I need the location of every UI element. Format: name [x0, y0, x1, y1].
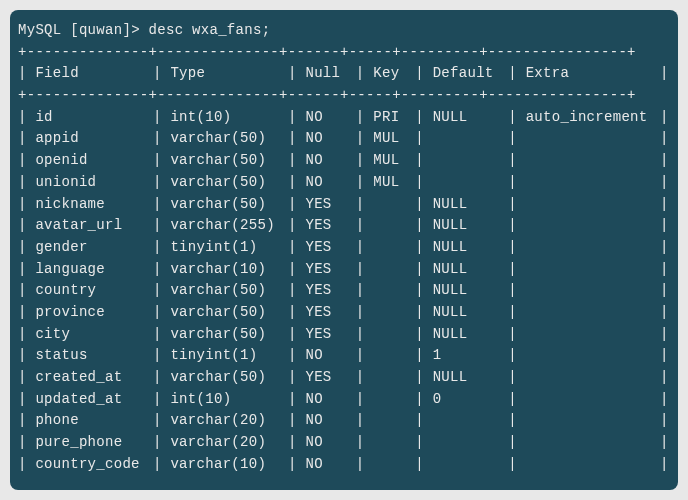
- table-cell-key: MUL: [373, 128, 415, 150]
- table-cell-type: varchar(50): [170, 194, 288, 216]
- table-cell-extra: auto_increment: [526, 107, 660, 129]
- table-rows: | id | int(10) | NO | PRI | NULL | auto_…: [18, 107, 670, 476]
- table-cell-type: int(10): [170, 389, 288, 411]
- table-cell-null: YES: [305, 302, 355, 324]
- table-cell-type: varchar(255): [170, 215, 288, 237]
- table-cell-type: varchar(50): [170, 302, 288, 324]
- table-cell-extra: [526, 367, 660, 389]
- table-cell-extra: [526, 302, 660, 324]
- table-cell-default: [433, 454, 509, 476]
- table-cell-extra: [526, 410, 660, 432]
- table-cell-null: YES: [305, 237, 355, 259]
- table-cell-field: city: [35, 324, 153, 346]
- table-cell-null: NO: [305, 432, 355, 454]
- table-cell-extra: [526, 150, 660, 172]
- table-cell-extra: [526, 454, 660, 476]
- table-cell-type: varchar(50): [170, 324, 288, 346]
- table-cell-default: [433, 432, 509, 454]
- table-cell-field: avatar_url: [35, 215, 153, 237]
- table-cell-null: NO: [305, 107, 355, 129]
- table-cell-extra: [526, 280, 660, 302]
- table-cell-key: [373, 432, 415, 454]
- table-cell-field: unionid: [35, 172, 153, 194]
- table-cell-field: language: [35, 259, 153, 281]
- table-cell-key: [373, 367, 415, 389]
- header-extra: Extra: [526, 63, 660, 85]
- header-field: Field: [35, 63, 153, 85]
- table-cell-default: [433, 172, 509, 194]
- table-cell-extra: [526, 259, 660, 281]
- table-cell-default: NULL: [433, 107, 509, 129]
- table-cell-extra: [526, 432, 660, 454]
- table-cell-field: openid: [35, 150, 153, 172]
- table-cell-null: YES: [305, 367, 355, 389]
- table-cell-null: YES: [305, 259, 355, 281]
- table-cell-default: [433, 128, 509, 150]
- table-cell-type: tinyint(1): [170, 237, 288, 259]
- table-cell-key: [373, 302, 415, 324]
- header-default: Default: [433, 63, 509, 85]
- table-cell-type: varchar(20): [170, 410, 288, 432]
- table-cell-extra: [526, 172, 660, 194]
- header-key: Key: [373, 63, 415, 85]
- table-cell-type: varchar(10): [170, 454, 288, 476]
- table-cell-key: MUL: [373, 150, 415, 172]
- table-cell-type: varchar(50): [170, 128, 288, 150]
- header-null: Null: [305, 63, 355, 85]
- table-cell-key: PRI: [373, 107, 415, 129]
- table-cell-key: [373, 410, 415, 432]
- table-cell-null: NO: [305, 128, 355, 150]
- table-cell-null: NO: [305, 410, 355, 432]
- table-cell-null: YES: [305, 215, 355, 237]
- table-cell-field: gender: [35, 237, 153, 259]
- table-cell-default: NULL: [433, 280, 509, 302]
- table-cell-field: phone: [35, 410, 153, 432]
- table-cell-type: varchar(50): [170, 280, 288, 302]
- table-cell-default: 0: [433, 389, 509, 411]
- table-cell-key: [373, 389, 415, 411]
- table-cell-null: NO: [305, 389, 355, 411]
- table-cell-default: [433, 410, 509, 432]
- table-cell-field: status: [35, 345, 153, 367]
- header-type: Type: [170, 63, 288, 85]
- table-cell-key: [373, 259, 415, 281]
- table-cell-null: NO: [305, 150, 355, 172]
- table-cell-field: updated_at: [35, 389, 153, 411]
- table-cell-type: int(10): [170, 107, 288, 129]
- table-cell-key: [373, 194, 415, 216]
- table-cell-type: varchar(20): [170, 432, 288, 454]
- table-cell-key: [373, 215, 415, 237]
- table-cell-field: nickname: [35, 194, 153, 216]
- table-cell-key: MUL: [373, 172, 415, 194]
- table-cell-null: YES: [305, 324, 355, 346]
- prompt-db: quwan: [79, 22, 123, 38]
- table-cell-type: varchar(10): [170, 259, 288, 281]
- table-cell-default: NULL: [433, 237, 509, 259]
- table-cell-extra: [526, 215, 660, 237]
- table-cell-default: 1: [433, 345, 509, 367]
- table-cell-type: varchar(50): [170, 172, 288, 194]
- table-cell-key: [373, 324, 415, 346]
- table-cell-key: [373, 454, 415, 476]
- table-cell-null: YES: [305, 194, 355, 216]
- table-cell-field: created_at: [35, 367, 153, 389]
- table-cell-null: NO: [305, 345, 355, 367]
- table-cell-key: [373, 280, 415, 302]
- sql-command: desc wxa_fans;: [149, 22, 271, 38]
- table-cell-field: appid: [35, 128, 153, 150]
- table-cell-extra: [526, 237, 660, 259]
- table-cell-field: country: [35, 280, 153, 302]
- table-cell-field: pure_phone: [35, 432, 153, 454]
- table-cell-extra: [526, 345, 660, 367]
- table-cell-default: [433, 150, 509, 172]
- prompt-suffix: ]>: [122, 22, 148, 38]
- table-divider: +--------------+--------------+------+--…: [18, 87, 636, 103]
- table-cell-default: NULL: [433, 302, 509, 324]
- table-cell-null: NO: [305, 172, 355, 194]
- table-cell-type: varchar(50): [170, 367, 288, 389]
- terminal-output: MySQL [quwan]> desc wxa_fans; +---------…: [10, 10, 678, 490]
- table-cell-field: province: [35, 302, 153, 324]
- table-cell-extra: [526, 389, 660, 411]
- table-cell-default: NULL: [433, 194, 509, 216]
- table-cell-null: NO: [305, 454, 355, 476]
